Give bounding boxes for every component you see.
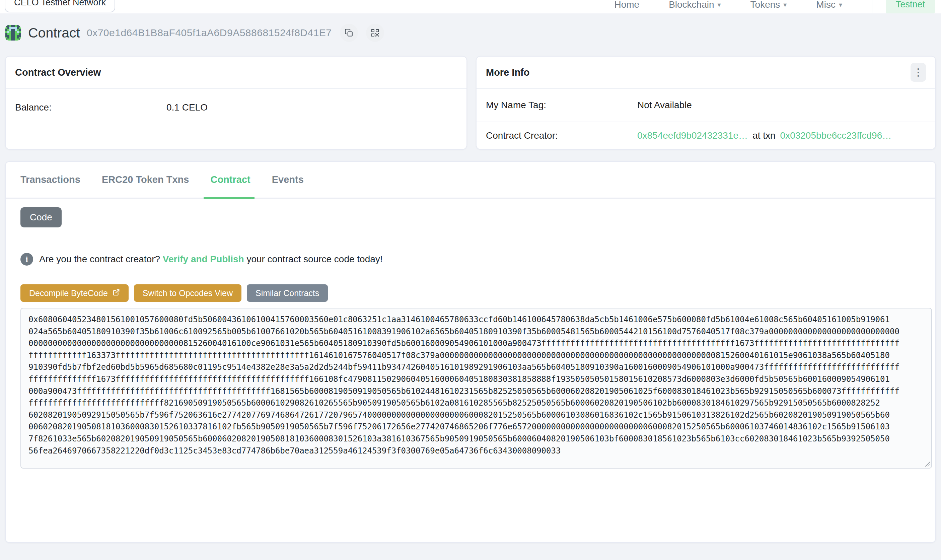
verify-text-suffix: your contract source code today! [246,254,383,264]
more-info-card-title: More Info [486,67,530,78]
contract-bytecode-textarea[interactable]: 0x608060405234801561001057600080fd5b5060… [20,308,932,469]
tab-contract[interactable]: Contract [210,162,250,198]
creator-address-link[interactable]: 0x854eefd9b02432331e… [637,130,748,141]
contract-address: 0x70e1d64B1B8aF405f1aA6D9A588681524f8D41… [87,27,332,38]
contract-detail-card: Transactions ERC20 Token Txns Contract E… [5,161,936,543]
decompile-bytecode-button[interactable]: Decompile ByteCode [20,285,129,302]
bytecode-actions: Decompile ByteCode Switch to Opcodes Vie… [20,285,921,302]
balance-row: Balance: 0.1 CELO [6,89,466,113]
top-navigation-bar: CELO Testnet Network Home Blockchain▾ To… [0,0,941,14]
copy-icon [344,28,353,37]
info-icon: i [20,253,33,266]
nav-item-blockchain[interactable]: Blockchain▾ [669,0,721,10]
verify-and-publish-link[interactable]: Verify and Publish [163,254,244,264]
contract-creator-row: Contract Creator: 0x854eefd9b02432331e…a… [477,122,935,149]
overview-card-title: Contract Overview [15,67,101,78]
testnet-network-button[interactable]: Testnet [886,0,935,14]
contract-creator-label: Contract Creator: [486,130,637,141]
nav-item-home[interactable]: Home [614,0,639,10]
top-nav: Home Blockchain▾ Tokens▾ Misc▾ Testnet [614,0,935,14]
switch-to-opcodes-view-button[interactable]: Switch to Opcodes View [134,285,241,302]
name-tag-label: My Name Tag: [486,100,637,111]
nav-item-misc[interactable]: Misc▾ [816,0,842,10]
name-tag-value: Not Available [637,100,692,111]
verify-publish-notice: i Are you the contract creator? Verify a… [20,253,921,266]
tab-transactions[interactable]: Transactions [20,162,80,198]
balance-value: 0.1 CELO [166,102,208,113]
summary-cards: Contract Overview Balance: 0.1 CELO More… [5,56,936,150]
verify-text-prefix: Are you the contract creator? [39,254,160,264]
at-txn-text: at txn [752,130,775,141]
tab-events[interactable]: Events [272,162,304,198]
external-link-icon [112,288,120,298]
balance-label: Balance: [15,102,166,113]
tab-bar: Transactions ERC20 Token Txns Contract E… [6,162,935,198]
contract-identicon [5,25,21,40]
similar-contracts-button[interactable]: Similar Contracts [247,285,328,302]
name-tag-row: My Name Tag: Not Available [477,89,935,122]
more-info-card: More Info ⋮ My Name Tag: Not Available C… [476,56,936,150]
more-info-menu-button[interactable]: ⋮ [910,63,926,82]
tab-erc20-token-txns[interactable]: ERC20 Token Txns [102,162,189,198]
contract-tab-content: Code i Are you the contract creator? Ver… [6,198,935,469]
chevron-down-icon: ▾ [783,1,787,8]
network-selector-badge[interactable]: CELO Testnet Network [5,0,115,12]
code-section-button[interactable]: Code [20,207,62,228]
contract-overview-card: Contract Overview Balance: 0.1 CELO [5,56,467,150]
contract-header: Contract 0x70e1d64B1B8aF405f1aA6D9A58868… [5,23,936,43]
creation-txn-link[interactable]: 0x03205bbe6cc23ffcd96… [780,130,892,141]
page-title: Contract [28,25,80,41]
qr-code-icon [371,28,380,37]
copy-address-button[interactable] [340,24,358,42]
chevron-down-icon: ▾ [718,1,721,8]
qr-code-button[interactable] [366,24,384,42]
nav-item-tokens[interactable]: Tokens▾ [750,0,787,10]
chevron-down-icon: ▾ [839,1,842,8]
nav-divider [872,0,872,14]
